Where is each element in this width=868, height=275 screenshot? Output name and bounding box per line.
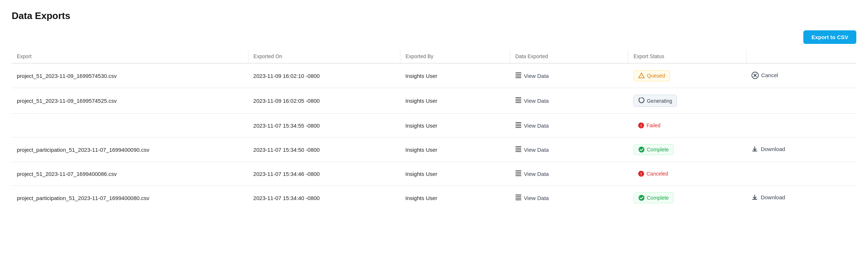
table-header: Export Exported On Exported By Data Expo… [12,50,856,63]
view-data-label: View Data [524,73,549,79]
cell-exported-by: Insights User [400,138,510,162]
status-badge: Generating [633,95,677,107]
svg-rect-22 [515,151,521,152]
view-data-link[interactable]: View Data [515,72,549,80]
error-icon: ! [638,122,644,129]
view-data-label: View Data [524,195,549,201]
svg-rect-14 [515,124,521,124]
cell-data-exported[interactable]: View Data [510,162,628,186]
cell-exported-on: 2023-11-07 15:34:46 -0800 [248,162,400,186]
status-label: Complete [647,195,669,201]
svg-text:!: ! [640,124,642,128]
svg-rect-13 [515,122,521,123]
grid-icon [515,194,522,202]
svg-rect-20 [515,148,521,148]
view-data-link[interactable]: View Data [515,146,549,154]
cell-export-status: Complete [628,138,747,162]
view-data-link[interactable]: View Data [515,170,549,178]
cell-exported-by: Insights User [400,63,510,88]
table-row: project_51_2023-11-09_1699574530.csv2023… [12,63,856,88]
cell-export-name: project_51_2023-11-07_1699400086.csv [12,162,248,186]
grid-icon [515,146,522,154]
download-button[interactable]: Download [751,194,785,201]
cell-export-status: Complete [628,186,747,210]
status-badge: ! Failed [633,120,665,131]
svg-rect-15 [515,125,521,126]
grid-icon [515,121,522,130]
cell-export-name: project_participation_51_2023-11-07_1699… [12,138,248,162]
col-header-export-status: Export Status [628,50,747,63]
download-icon [751,194,758,201]
view-data-label: View Data [524,171,549,177]
status-badge: Complete [633,192,674,203]
svg-rect-33 [515,199,521,200]
check-icon [638,146,645,153]
svg-rect-11 [515,102,521,103]
cancel-icon [751,72,759,79]
col-header-exported-on: Exported On [248,50,400,63]
cell-export-name: project_participation_51_2023-11-07_1699… [12,186,248,210]
svg-rect-16 [515,127,521,128]
cell-action: Cancel [746,63,856,88]
cell-data-exported[interactable]: View Data [510,63,628,88]
svg-point-23 [639,147,644,152]
status-label: Canceled [647,171,668,177]
grid-icon [515,72,522,80]
svg-rect-2 [515,75,521,76]
svg-rect-21 [515,149,521,150]
cancel-label: Cancel [761,72,778,78]
cell-data-exported[interactable]: View Data [510,88,628,114]
cell-export-status: ! Queued [628,63,747,88]
col-header-exported-by: Exported By [400,50,510,63]
view-data-link[interactable]: View Data [515,121,549,130]
status-label: Complete [647,147,669,152]
status-badge: Complete [633,144,674,155]
table-body: project_51_2023-11-09_1699574530.csv2023… [12,63,856,210]
view-data-label: View Data [524,98,549,104]
svg-text:!: ! [641,75,642,78]
col-header-data-exported: Data Exported [510,50,628,63]
view-data-link[interactable]: View Data [515,97,549,105]
table-row: 2023-11-07 15:34:55 -0800Insights User V… [12,114,856,138]
cell-action [746,114,856,138]
view-data-link[interactable]: View Data [515,194,549,202]
svg-rect-9 [515,99,521,99]
col-header-export: Export [12,50,248,63]
svg-rect-8 [515,97,521,98]
spinning-icon [638,97,645,105]
download-icon [751,146,758,152]
cell-exported-on: 2023-11-07 15:34:55 -0800 [248,114,400,138]
toolbar: Export to CSV [12,30,856,44]
cell-exported-on: 2023-11-07 15:34:40 -0800 [248,186,400,210]
cell-export-name: project_51_2023-11-09_1699574525.csv [12,88,248,114]
cell-action: Download [746,138,856,162]
grid-icon [515,97,522,105]
export-to-csv-button[interactable]: Export to CSV [803,30,856,44]
cell-export-name [12,114,248,138]
download-button[interactable]: Download [751,146,785,152]
cell-action: Download [746,186,856,210]
cell-data-exported[interactable]: View Data [510,138,628,162]
svg-rect-32 [515,197,521,198]
download-label: Download [761,146,785,152]
table-row: project_51_2023-11-07_1699400086.csv2023… [12,162,856,186]
page-title: Data Exports [12,10,856,22]
cell-data-exported[interactable]: View Data [510,186,628,210]
cell-exported-by: Insights User [400,162,510,186]
svg-rect-3 [515,77,521,78]
cell-exported-by: Insights User [400,186,510,210]
view-data-label: View Data [524,147,549,153]
cell-exported-by: Insights User [400,88,510,114]
status-badge: ! Queued [633,70,670,81]
warning-icon: ! [638,72,645,79]
check-icon [638,195,645,201]
svg-rect-26 [515,173,521,174]
cancel-button[interactable]: Cancel [751,72,778,79]
cell-export-status: Generating [628,88,747,114]
cell-export-status: ! Canceled [628,162,747,186]
status-label: Failed [647,123,660,128]
cell-data-exported[interactable]: View Data [510,114,628,138]
svg-rect-25 [515,172,521,173]
col-header-action [746,50,856,63]
svg-rect-0 [515,72,521,73]
